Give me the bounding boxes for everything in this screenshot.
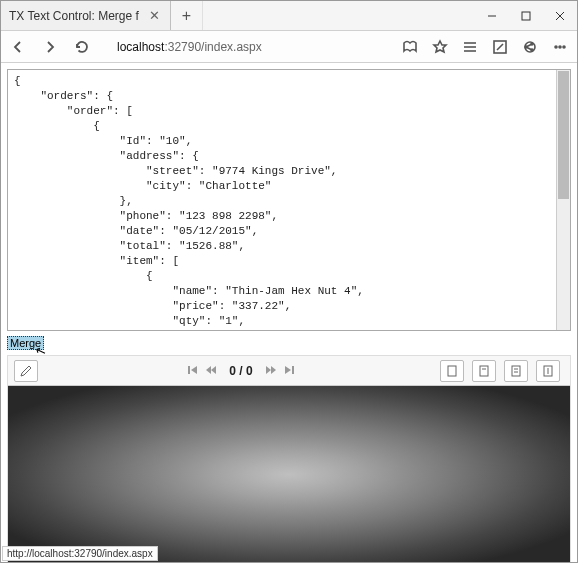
svg-point-16 (555, 46, 557, 48)
status-bar: http://localhost:32790/index.aspx (2, 546, 158, 561)
svg-rect-28 (480, 366, 488, 376)
svg-point-18 (563, 46, 565, 48)
svg-rect-19 (188, 366, 190, 374)
svg-marker-25 (285, 366, 291, 374)
back-button[interactable] (9, 38, 27, 56)
viewer-tool-3[interactable] (504, 360, 528, 382)
svg-rect-26 (292, 366, 294, 374)
new-tab-button[interactable]: + (171, 1, 203, 30)
svg-line-9 (497, 44, 503, 50)
tab-title: TX Text Control: Merge f (9, 9, 147, 23)
window-controls (475, 1, 577, 30)
maximize-button[interactable] (509, 1, 543, 30)
svg-marker-23 (266, 366, 271, 374)
browser-tab[interactable]: TX Text Control: Merge f ✕ (1, 1, 171, 30)
svg-rect-1 (522, 12, 530, 20)
webnote-icon[interactable] (491, 38, 509, 56)
svg-marker-22 (211, 366, 216, 374)
svg-marker-21 (206, 366, 211, 374)
json-textarea[interactable]: { "orders": { "order": [ { "Id": "10", "… (7, 69, 571, 331)
merge-button[interactable]: Merge ↖ (7, 336, 44, 350)
json-text: { "orders": { "order": [ { "Id": "10", "… (8, 70, 570, 331)
svg-point-17 (559, 46, 561, 48)
titlebar-spacer (203, 1, 475, 30)
close-tab-icon[interactable]: ✕ (147, 8, 162, 23)
viewer-tool-1[interactable] (440, 360, 464, 382)
url-rest: :32790/index.aspx (164, 40, 261, 54)
status-text: http://localhost:32790/index.aspx (7, 548, 153, 559)
page-indicator: 0 / 0 (229, 364, 252, 378)
hub-icon[interactable] (461, 38, 479, 56)
merge-row: Merge ↖ (7, 333, 571, 351)
favorite-icon[interactable] (431, 38, 449, 56)
next-page-button[interactable] (265, 362, 277, 380)
scrollbar-thumb[interactable] (558, 71, 569, 199)
svg-marker-24 (271, 366, 276, 374)
viewer-tool-2[interactable] (472, 360, 496, 382)
reading-view-icon[interactable] (401, 38, 419, 56)
share-icon[interactable] (521, 38, 539, 56)
url-host: localhost (117, 40, 164, 54)
svg-rect-30 (512, 366, 520, 376)
address-bar[interactable]: localhost:32790/index.aspx (105, 40, 387, 54)
close-window-button[interactable] (543, 1, 577, 30)
viewer-toolbar: 0 / 0 (8, 356, 570, 386)
page-content: { "orders": { "order": [ { "Id": "10", "… (1, 63, 577, 563)
viewer-tool-4[interactable] (536, 360, 560, 382)
viewer-canvas[interactable] (8, 386, 570, 563)
more-icon[interactable] (551, 38, 569, 56)
browser-navbar: localhost:32790/index.aspx (1, 31, 577, 63)
viewer-page-nav: 0 / 0 (42, 362, 440, 380)
vertical-scrollbar[interactable] (556, 70, 570, 330)
window-titlebar: TX Text Control: Merge f ✕ + (1, 1, 577, 31)
document-viewer: 0 / 0 (7, 355, 571, 563)
svg-rect-27 (448, 366, 456, 376)
prev-page-button[interactable] (205, 362, 217, 380)
viewer-right-tools (440, 360, 564, 382)
first-page-button[interactable] (187, 362, 199, 380)
svg-marker-4 (434, 41, 446, 52)
last-page-button[interactable] (283, 362, 295, 380)
svg-marker-20 (191, 366, 197, 374)
minimize-button[interactable] (475, 1, 509, 30)
forward-button[interactable] (41, 38, 59, 56)
refresh-button[interactable] (73, 38, 91, 56)
navbar-right-icons (401, 38, 569, 56)
edit-tool-button[interactable] (14, 360, 38, 382)
